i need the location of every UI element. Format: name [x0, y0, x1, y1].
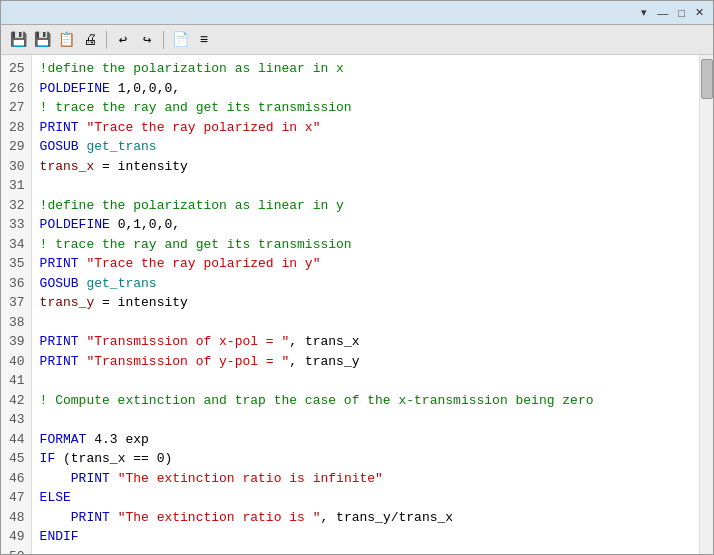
code-line: ! Compute extinction and trap the case o…: [40, 391, 691, 411]
line-number: 29: [9, 137, 25, 157]
line-number: 38: [9, 313, 25, 333]
code-token: "Transmission of x-pol = ": [86, 334, 289, 349]
code-token: "Trace the ray polarized in y": [86, 256, 320, 271]
scrollbar[interactable]: [699, 55, 713, 554]
code-line: trans_x = intensity: [40, 157, 691, 177]
code-line: GOSUB get_trans: [40, 137, 691, 157]
print-button[interactable]: 🖨: [79, 29, 101, 51]
code-line: PRINT "Trace the ray polarized in y": [40, 254, 691, 274]
code-token: IF: [40, 451, 56, 466]
code-token: GOSUB: [40, 276, 79, 291]
code-token: = intensity: [94, 159, 188, 174]
code-token: 4.3 exp: [86, 432, 148, 447]
toolbar: 💾 💾 📋 🖨 ↩ ↪ 📄 ≡: [1, 25, 713, 55]
editor-container: 2526272829303132333435363738394041424344…: [1, 55, 713, 554]
copy-button[interactable]: 📋: [55, 29, 77, 51]
dropdown-icon[interactable]: ▾: [638, 6, 650, 19]
code-token: (trans_x == 0): [55, 451, 172, 466]
undo-button[interactable]: ↩: [112, 29, 134, 51]
code-line: PRINT "Transmission of x-pol = ", trans_…: [40, 332, 691, 352]
menu-button[interactable]: ≡: [193, 29, 215, 51]
code-token: 1,0,0,0,: [110, 81, 180, 96]
code-line: POLDEFINE 1,0,0,0,: [40, 79, 691, 99]
line-number: 37: [9, 293, 25, 313]
window-controls: ▾ — □ ✕: [638, 6, 707, 19]
code-line: [40, 410, 691, 430]
code-token: get_trans: [86, 139, 156, 154]
scrollbar-thumb[interactable]: [701, 59, 713, 99]
save-as-button[interactable]: 💾: [31, 29, 53, 51]
code-token: , trans_y/trans_x: [320, 510, 453, 525]
code-token: GOSUB: [40, 139, 79, 154]
line-number: 36: [9, 274, 25, 294]
code-line: POLDEFINE 0,1,0,0,: [40, 215, 691, 235]
line-number: 33: [9, 215, 25, 235]
line-number: 39: [9, 332, 25, 352]
code-token: POLDEFINE: [40, 217, 110, 232]
code-line: ! trace the ray and get its transmission: [40, 235, 691, 255]
code-line: ! trace the ray and get its transmission: [40, 98, 691, 118]
line-number: 35: [9, 254, 25, 274]
code-token: PRINT: [40, 334, 79, 349]
code-token: FORMAT: [40, 432, 87, 447]
code-line: !define the polarization as linear in y: [40, 196, 691, 216]
code-token: 0,1,0,0,: [110, 217, 180, 232]
code-editor[interactable]: !define the polarization as linear in xP…: [32, 55, 699, 554]
line-number: 31: [9, 176, 25, 196]
maximize-button[interactable]: □: [675, 7, 688, 19]
main-window: ▾ — □ ✕ 💾 💾 📋 🖨 ↩ ↪ 📄 ≡ 2526272829303132…: [0, 0, 714, 555]
code-token: !define the polarization as linear in x: [40, 61, 344, 76]
code-line: [40, 313, 691, 333]
code-line: PRINT "Transmission of y-pol = ", trans_…: [40, 352, 691, 372]
code-token: ! trace the ray and get its transmission: [40, 100, 352, 115]
close-button[interactable]: ✕: [692, 6, 707, 19]
line-number: 42: [9, 391, 25, 411]
code-token: , trans_x: [289, 334, 359, 349]
toolbar-separator-2: [163, 31, 164, 49]
code-line: [40, 176, 691, 196]
line-number: 27: [9, 98, 25, 118]
line-number: 44: [9, 430, 25, 450]
code-token: PRINT: [40, 120, 79, 135]
line-number: 32: [9, 196, 25, 216]
new-button[interactable]: 📄: [169, 29, 191, 51]
code-token: ! Compute extinction and trap the case o…: [40, 393, 594, 408]
code-line: PRINT "The extinction ratio is ", trans_…: [40, 508, 691, 528]
code-token: !define the polarization as linear in y: [40, 198, 344, 213]
code-line: !define the polarization as linear in x: [40, 59, 691, 79]
code-token: POLDEFINE: [40, 81, 110, 96]
redo-button[interactable]: ↪: [136, 29, 158, 51]
line-number: 43: [9, 410, 25, 430]
toolbar-separator-1: [106, 31, 107, 49]
line-number: 34: [9, 235, 25, 255]
code-token: [110, 471, 118, 486]
code-line: IF (trans_x == 0): [40, 449, 691, 469]
line-number: 28: [9, 118, 25, 138]
code-token: PRINT: [40, 510, 110, 525]
line-number: 49: [9, 527, 25, 547]
line-number: 45: [9, 449, 25, 469]
code-line: [40, 371, 691, 391]
code-token: = intensity: [94, 295, 188, 310]
line-number: 40: [9, 352, 25, 372]
title-bar: ▾ — □ ✕: [1, 1, 713, 25]
line-number: 46: [9, 469, 25, 489]
code-token: trans_y: [40, 295, 95, 310]
code-token: , trans_y: [289, 354, 359, 369]
save-button[interactable]: 💾: [7, 29, 29, 51]
code-line: trans_y = intensity: [40, 293, 691, 313]
code-line: [40, 547, 691, 555]
code-token: get_trans: [86, 276, 156, 291]
line-number: 26: [9, 79, 25, 99]
line-number: 50: [9, 547, 25, 555]
line-numbers: 2526272829303132333435363738394041424344…: [1, 55, 32, 554]
code-token: "Trace the ray polarized in x": [86, 120, 320, 135]
code-token: ENDIF: [40, 529, 79, 544]
code-token: ELSE: [40, 490, 71, 505]
code-line: PRINT "The extinction ratio is infinite": [40, 469, 691, 489]
code-token: PRINT: [40, 354, 79, 369]
minimize-button[interactable]: —: [654, 7, 671, 19]
code-token: "Transmission of y-pol = ": [86, 354, 289, 369]
code-token: PRINT: [40, 471, 110, 486]
code-token: "The extinction ratio is infinite": [118, 471, 383, 486]
